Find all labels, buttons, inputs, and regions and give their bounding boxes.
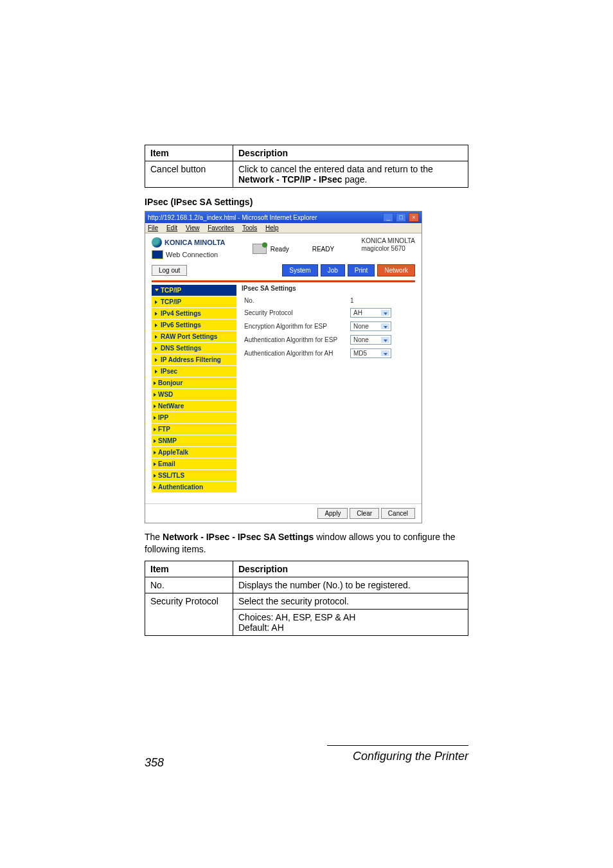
close-icon[interactable]: × xyxy=(409,213,419,222)
body-text: The Network - IPsec - IPsec SA Settings … xyxy=(145,531,468,556)
field-label: Authentication Algorithm for ESP xyxy=(242,336,350,343)
select-authentication-algorithm-for-ah[interactable]: MD5 xyxy=(350,348,391,358)
menu-file[interactable]: File xyxy=(148,224,158,231)
field-label: Authentication Algorithm for AH xyxy=(242,350,350,357)
cell-item: Security Protocol xyxy=(145,593,233,635)
description-table-1: Item Description Cancel button Click to … xyxy=(145,145,468,188)
brand-name: KONICA MINOLTA xyxy=(164,239,226,246)
table-row: No. Displays the number (No.) to be regi… xyxy=(145,577,468,593)
sidebar-item-netware[interactable]: NetWare xyxy=(152,401,236,412)
menu-edit[interactable]: Edit xyxy=(166,224,177,231)
section-heading-ipsec-sa: IPsec (IPsec SA Settings) xyxy=(145,197,468,207)
field-value: 1 xyxy=(350,297,354,304)
select-encryption-algorithm-for-esp[interactable]: None xyxy=(350,321,391,331)
menu-tools[interactable]: Tools xyxy=(242,224,257,231)
cell-desc: Click to cancel the entered data and ret… xyxy=(233,161,468,188)
field-label: No. xyxy=(242,297,350,304)
menu-favorites[interactable]: Favorites xyxy=(208,224,234,231)
table-row: Security Protocol Select the security pr… xyxy=(145,593,468,609)
tab-job[interactable]: Job xyxy=(321,264,345,276)
maximize-icon[interactable]: □ xyxy=(396,213,406,222)
logout-button[interactable]: Log out xyxy=(152,265,187,276)
field-row: Authentication Algorithm for ESPNone xyxy=(242,335,415,345)
sidebar-item-ipp[interactable]: IPP xyxy=(152,412,236,424)
cell-desc: Select the security protocol. xyxy=(233,593,468,609)
cell-item: No. xyxy=(145,577,233,593)
description-table-2: Item Description No. Displays the number… xyxy=(145,561,468,636)
select-security-protocol[interactable]: AH xyxy=(350,308,391,318)
globe-icon xyxy=(152,237,162,248)
panel-footer: Apply Clear Cancel xyxy=(145,503,422,523)
field-label: Encryption Algorithm for ESP xyxy=(242,323,350,330)
sidebar-item-tcp-ip[interactable]: TCP/IP xyxy=(152,285,236,296)
sidebar-item-snmp[interactable]: SNMP xyxy=(152,435,236,447)
menu-help[interactable]: Help xyxy=(265,224,279,231)
sidebar-item-bonjour[interactable]: Bonjour xyxy=(152,377,236,389)
sidebar-item-dns-settings[interactable]: DNS Settings xyxy=(152,343,236,354)
footer-section-title: Configuring the Printer xyxy=(327,750,468,763)
sidebar-item-ip-address-filtering[interactable]: IP Address Filtering xyxy=(152,354,236,366)
cell-item: Cancel button xyxy=(145,161,233,188)
panel-heading: IPsec SA Settings xyxy=(242,285,415,292)
sidebar-item-ipsec[interactable]: IPsec xyxy=(152,366,236,377)
ready-label: Ready xyxy=(271,246,289,253)
sidebar-item-tcp-ip[interactable]: TCP/IP xyxy=(152,296,236,308)
field-row: No.1 xyxy=(242,297,415,304)
sidebar-nav: TCP/IPTCP/IPIPv4 SettingsIPv6 SettingsRA… xyxy=(152,285,236,497)
sidebar-item-ssl-tls[interactable]: SSL/TLS xyxy=(152,470,236,482)
embedded-screenshot: http://192.168.1.2/a_index.html - Micros… xyxy=(145,211,422,523)
sidebar-item-appletalk[interactable]: AppleTalk xyxy=(152,447,236,458)
ready-status: READY xyxy=(312,246,334,253)
printer-status-icon xyxy=(253,244,267,254)
cell-desc: Choices: AH, ESP, ESP & AH Default: AH xyxy=(233,609,468,635)
cancel-button[interactable]: Cancel xyxy=(381,508,415,519)
field-row: Security ProtocolAH xyxy=(242,308,415,318)
tab-bar: System Job Print Network xyxy=(282,264,415,276)
tab-network[interactable]: Network xyxy=(377,264,415,276)
browser-menubar: File Edit View Favorites Tools Help xyxy=(145,223,422,233)
window-titlebar: http://192.168.1.2/a_index.html - Micros… xyxy=(145,212,422,223)
menu-view[interactable]: View xyxy=(186,224,200,231)
apply-button[interactable]: Apply xyxy=(317,508,348,519)
table-row: Cancel button Click to cancel the entere… xyxy=(145,161,468,188)
th-desc: Description xyxy=(233,561,468,577)
sidebar-item-authentication[interactable]: Authentication xyxy=(152,482,236,493)
sidebar-item-ftp[interactable]: FTP xyxy=(152,424,236,435)
field-row: Encryption Algorithm for ESPNone xyxy=(242,321,415,331)
field-label: Security Protocol xyxy=(242,309,350,316)
th-item: Item xyxy=(145,145,233,161)
window-title: http://192.168.1.2/a_index.html - Micros… xyxy=(148,214,317,221)
sidebar-item-ipv6-settings[interactable]: IPv6 Settings xyxy=(152,320,236,331)
page-number: 358 xyxy=(145,756,164,770)
tab-system[interactable]: System xyxy=(282,264,317,276)
main-panel: IPsec SA Settings No.1Security ProtocolA… xyxy=(242,285,415,497)
pagescope-icon xyxy=(152,250,163,259)
clear-button[interactable]: Clear xyxy=(350,508,379,519)
sidebar-item-email[interactable]: Email xyxy=(152,458,236,470)
sidebar-item-wsd[interactable]: WSD xyxy=(152,389,236,401)
device-name: KONICA MINOLTA magicolor 5670 xyxy=(361,237,415,259)
app-header: KONICA MINOLTA Web Connection Ready READ… xyxy=(145,233,422,262)
tab-print[interactable]: Print xyxy=(348,264,375,276)
th-item: Item xyxy=(145,561,233,577)
sidebar-item-raw-port-settings[interactable]: RAW Port Settings xyxy=(152,331,236,343)
sidebar-item-ipv4-settings[interactable]: IPv4 Settings xyxy=(152,308,236,320)
page-footer: 358 Configuring the Printer xyxy=(0,745,613,795)
window-controls: _ □ × xyxy=(382,213,419,222)
select-authentication-algorithm-for-esp[interactable]: None xyxy=(350,335,391,345)
th-desc: Description xyxy=(233,145,468,161)
cell-desc: Displays the number (No.) to be register… xyxy=(233,577,468,593)
minimize-icon[interactable]: _ xyxy=(383,213,393,222)
field-row: Authentication Algorithm for AHMD5 xyxy=(242,348,415,358)
connection-label: Web Connection xyxy=(166,251,218,258)
